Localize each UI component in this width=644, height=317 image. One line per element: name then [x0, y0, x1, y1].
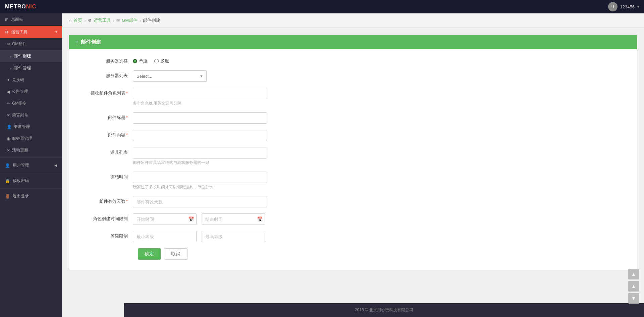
freeze-time-input[interactable] [133, 172, 267, 183]
mail-content-field [133, 130, 351, 141]
logo-metro: METRO [5, 4, 26, 9]
freeze-time-label: 冻结时间 [79, 172, 133, 180]
server-list-label: 服务器列表 [79, 70, 133, 79]
end-date-wrap: 📅 [202, 213, 265, 225]
sidebar-item-change-pwd[interactable]: 🔒 修改密码 [0, 175, 62, 187]
dot-icon [10, 54, 12, 59]
start-time-input[interactable] [133, 213, 197, 225]
sidebar-group-server[interactable]: ◉ 服务器管理 [0, 133, 62, 144]
sidebar-group-gm-cmd[interactable]: ✏ GM指令 [0, 98, 62, 109]
sidebar-item-logout[interactable]: 🚪 退出登录 [0, 190, 62, 202]
sidebar-group-gm-mail[interactable]: ✉ GM邮件 [0, 38, 62, 50]
avatar: U [608, 2, 618, 11]
redeem-icon: ✦ [7, 78, 10, 82]
sidebar-item-user-mgmt[interactable]: 👤 用户管理 ◀ [0, 159, 62, 172]
expire-days-input[interactable] [133, 196, 267, 207]
char-time-date-group: 📅 📅 [133, 213, 351, 225]
recipients-field: 多个角色id,用英文逗号分隔 [133, 88, 351, 106]
recipients-input[interactable] [133, 88, 267, 99]
server-select-field: 单服 多服 [133, 56, 351, 64]
scroll-down-button[interactable]: ▼ [628, 293, 639, 304]
sidebar-group-activity[interactable]: ✕ 活动更新 [0, 144, 62, 156]
divider-3 [0, 188, 62, 189]
home-icon [69, 18, 71, 23]
mail-title-input[interactable] [133, 112, 267, 124]
divider-1 [0, 157, 62, 158]
expire-days-field [133, 196, 351, 207]
cancel-button[interactable]: 取消 [164, 248, 187, 260]
user-info[interactable]: U 123456 ▾ [608, 2, 639, 11]
breadcrumb-gm-mail[interactable]: GM邮件 [122, 17, 138, 23]
sidebar-item-mail-manage[interactable]: 邮件管理 [0, 62, 62, 74]
mail-title-label: 邮件标题 [79, 112, 133, 121]
sidebar-group-redeem[interactable]: ✦ 兑换码 [0, 74, 62, 86]
radio-single[interactable]: 单服 [133, 58, 148, 64]
breadcrumb-ops-icon: ⚙ [88, 18, 92, 23]
form-row-level-limit: 等级限制 [79, 231, 627, 242]
top-header: METRONIC U 123456 ▾ [0, 0, 644, 13]
min-level-input[interactable] [133, 231, 197, 242]
sidebar-group-notice[interactable]: ◀ 公告管理 [0, 86, 62, 98]
items-field: 邮件附件道具填写格式与游戏服务器的一致 [133, 147, 351, 166]
server-list-select[interactable]: Select... [133, 70, 207, 82]
ban-icon: ✕ [7, 113, 10, 118]
server-list-select-wrapper: Select... ▼ [133, 70, 207, 82]
logo: METRONIC [5, 4, 36, 10]
radio-multi-input[interactable] [154, 59, 159, 63]
scroll-top-button[interactable]: ▲ [628, 269, 639, 279]
sidebar-item-ops-tools[interactable]: ⚙ 运营工具 ▾ [0, 26, 62, 38]
panel-header: 邮件创建 [69, 35, 637, 49]
confirm-button[interactable]: 确定 [138, 248, 161, 260]
content-area: 邮件创建 服务器选择 单服 [62, 28, 644, 303]
server-select-label: 服务器选择 [79, 56, 133, 64]
form-row-mail-content: 邮件内容 [79, 130, 627, 141]
items-input[interactable] [133, 147, 267, 158]
sidebar-group-channel[interactable]: 👤 渠道管理 [0, 121, 62, 133]
breadcrumb-home[interactable]: 首页 [73, 17, 82, 23]
form-row-expire-days: 邮件有效天数 [79, 196, 627, 207]
mail-content-input[interactable] [133, 130, 267, 141]
pwd-icon: 🔒 [5, 179, 10, 183]
max-level-input[interactable] [202, 231, 265, 242]
form-row-mail-title: 邮件标题 [79, 112, 627, 124]
recipients-label: 接收邮件角色列表 [79, 88, 133, 96]
items-label: 道具列表 [79, 147, 133, 155]
end-time-input[interactable] [202, 213, 265, 225]
breadcrumb-current: 邮件创建 [143, 17, 160, 23]
user-dropdown-icon[interactable]: ▾ [637, 5, 639, 9]
sidebar-group-ban[interactable]: ✕ 禁言封号 [0, 109, 62, 121]
gm-cmd-icon: ✏ [7, 101, 10, 106]
form-row-server-select: 服务器选择 单服 多服 [79, 56, 627, 64]
recipients-hint: 多个角色id,用英文逗号分隔 [133, 101, 351, 106]
footer: 2018 © 北京用心玩科技有限公司 [124, 303, 644, 317]
divider-2 [0, 173, 62, 173]
form-row-items: 道具列表 邮件附件道具填写格式与游戏服务器的一致 [79, 147, 627, 166]
freeze-time-hint: 玩家过了多长时间才可以领取道具，单位分钟 [133, 184, 351, 190]
sidebar-item-mail-create[interactable]: 邮件创建 [0, 50, 62, 62]
breadcrumb: 首页 › ⚙ 运营工具 › ✉ GM邮件 › 邮件创建 [62, 13, 644, 28]
dashboard-icon: ⊞ [5, 17, 8, 22]
server-icon: ◉ [7, 136, 10, 141]
char-time-label: 角色创建时间限制 [79, 213, 133, 222]
sidebar: ⊞ 总面板 ⚙ 运营工具 ▾ ✉ GM邮件 邮件创建 邮件管理 ✦ 兑换码 ◀ … [0, 13, 62, 317]
radio-multi[interactable]: 多服 [154, 58, 169, 64]
channel-icon: 👤 [7, 125, 12, 129]
radio-single-input[interactable] [133, 59, 137, 63]
breadcrumb-ops[interactable]: 运营工具 [94, 17, 111, 23]
logo-nic: NIC [26, 4, 37, 9]
mail-title-field [133, 112, 351, 124]
scroll-up-button[interactable]: ▲ [628, 281, 639, 292]
username-label: 123456 [620, 4, 635, 9]
panel-body: 服务器选择 单服 多服 [69, 49, 637, 270]
activity-icon: ✕ [7, 148, 10, 153]
panel-title: 邮件创建 [81, 39, 101, 45]
server-list-field: Select... ▼ [133, 70, 351, 82]
level-limit-label: 等级限制 [79, 231, 133, 239]
freeze-time-field: 玩家过了多长时间才可以领取道具，单位分钟 [133, 172, 351, 190]
logout-icon: 🚪 [5, 194, 10, 199]
expire-days-label: 邮件有效天数 [79, 196, 133, 204]
sidebar-item-dashboard[interactable]: ⊞ 总面板 [0, 13, 62, 26]
btn-row: 确定 取消 [79, 248, 627, 260]
scroll-buttons: ▲ ▲ ▼ [628, 269, 639, 304]
level-limit-field [133, 231, 351, 242]
